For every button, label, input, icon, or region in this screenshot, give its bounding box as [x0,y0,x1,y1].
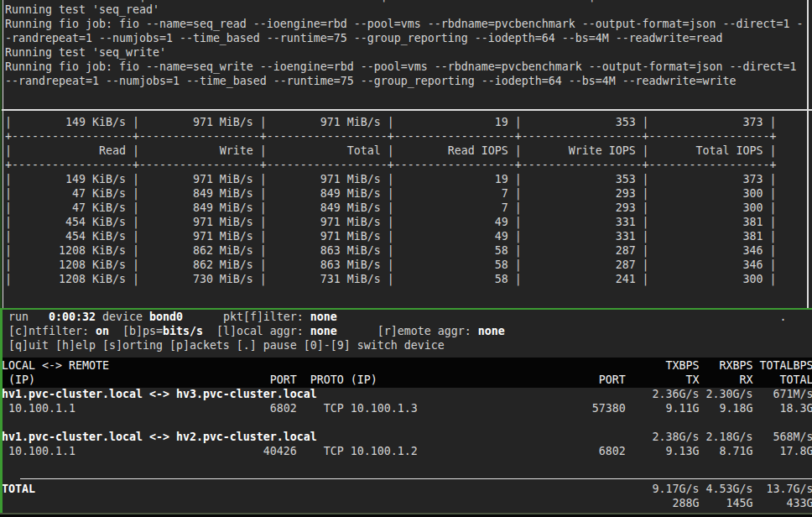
connection-hosts-row: hv1.pvc-cluster.local <-> hv2.pvc-cluste… [2,430,812,444]
netmon-status-line: [c]ntfilter: on [b]ps=bits/s [l]ocal agg… [2,324,787,338]
fio-log-line: Running test 'seq_write' [5,45,804,60]
total-rates-row: TOTAL 9.17G/s 4.53G/s 13.7G/s [2,482,812,496]
netmon-connection-list: hv1.pvc-cluster.local <-> hv3.pvc-cluste… [2,387,812,458]
netmon-totals: TOTAL 9.17G/s 4.53G/s 13.7G/s [2,482,812,510]
spacer-line [2,415,812,430]
active-pane-left-border [0,308,3,514]
fio-log-pane: Running test 'seq_read' Running fio job:… [5,3,804,88]
netmon-status-lines: run 0:00:32 device bond0 pkt[f]ilter: no… [2,310,787,352]
netmon-header-row-2: (IP) PORT PROTO (IP) PORT TX RX TOTAL [0,373,812,387]
netmon-column-header-band: LOCAL <-> REMOTE TXBPS RXBPS TOTALBPS (I… [0,358,812,388]
netmon-status-line: run 0:00:32 device bond0 pkt[f]ilter: no… [2,310,787,324]
top-pane-left-border [3,0,3,308]
totals-separator [20,478,812,479]
total-bytes-row: 288G 145G 433G [2,496,812,510]
fio-log-line: --randrepeat=1 --numjobs=1 --time_based … [5,74,804,88]
fio-log-line: Running fio job: fio --name=seq_write --… [5,60,804,74]
connection-detail-row: 10.100.1.1 6802 TCP 10.100.1.3 57380 9.1… [2,401,812,415]
top-pane-right-border [807,0,809,308]
connection-detail-row: 10.100.1.1 40426 TCP 10.100.1.2 6802 9.1… [2,444,812,458]
benchmark-results-table: | 149 KiB/s | 971 MiB/s | 971 MiB/s | 19… [5,115,777,286]
netmon-status-line: [q]uit [h]elp [s]orting [p]ackets [.] pa… [2,338,787,352]
netmon-header-row-1: LOCAL <-> REMOTE TXBPS RXBPS TOTALBPS [0,358,812,373]
terminal-window[interactable]: | | | Running test 'seq_read' Running fi… [0,0,812,517]
fio-log-line: -randrepeat=1 --numjobs=1 --time_based -… [5,31,804,45]
pane-divider-horizontal [0,109,812,111]
connection-hosts-row: hv1.pvc-cluster.local <-> hv3.pvc-cluste… [2,387,812,401]
fio-log-line: Running test 'seq_read' [5,3,804,17]
fio-log-line: Running fio job: fio --name=seq_read --i… [5,17,804,31]
